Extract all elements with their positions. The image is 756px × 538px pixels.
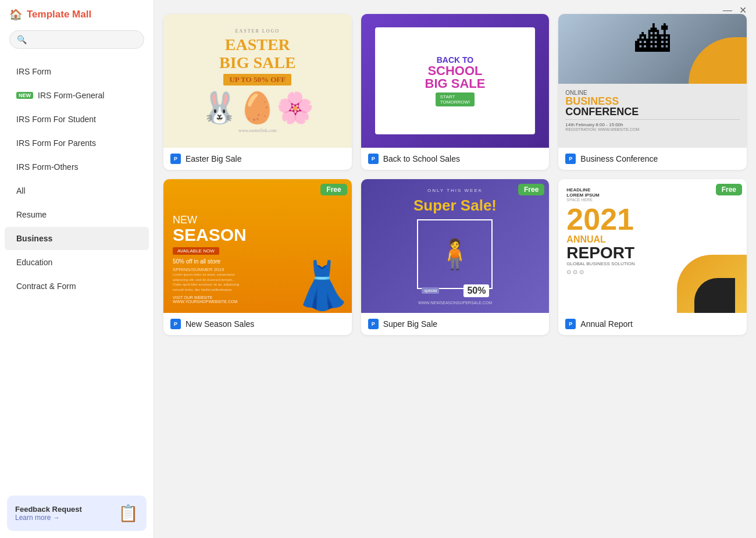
nav-list: IRS FormNEWIRS Form-GeneralIRS Form For … <box>0 57 154 489</box>
ppt-icon: P <box>170 154 181 164</box>
main-content: — ✕ EASTER LOGO EASTERBIG SALE UP TO 50%… <box>154 0 756 538</box>
sidebar-item-all[interactable]: All <box>5 179 149 202</box>
new-badge: NEW <box>16 92 33 99</box>
template-card-super-big-sale[interactable]: Free ONLY THIS WEEK Super Sale! 🧍 specia… <box>361 179 550 335</box>
nav-item-label: IRS Form For Student <box>16 115 96 124</box>
thumb-school: BACK TO SCHOOLBIG SALE STARTTOMORROW! <box>361 14 550 148</box>
nav-item-label: Education <box>16 258 52 267</box>
thumb-super: Free ONLY THIS WEEK Super Sale! 🧍 specia… <box>361 179 550 313</box>
ppt-icon: P <box>368 319 379 329</box>
feedback-box: Feedback Request Learn more → 📋 <box>7 496 147 531</box>
window-controls: — ✕ <box>723 6 747 15</box>
sidebar-item-business[interactable]: Business <box>5 227 149 250</box>
template-card-annual-report[interactable]: Free HEADLINE LOREM IPSUM SPACE HERE 202… <box>558 179 747 335</box>
template-name: Super Big Sale <box>383 319 437 329</box>
sidebar-item-irs-form-parents[interactable]: IRS Form For Parents <box>5 131 149 155</box>
templates-grid: EASTER LOGO EASTERBIG SALE UP TO 50% OFF… <box>163 14 747 335</box>
sidebar-item-irs-form-student[interactable]: IRS Form For Student <box>5 108 149 131</box>
close-button[interactable]: ✕ <box>739 6 747 15</box>
template-label: P Super Big Sale <box>361 313 550 335</box>
sidebar-item-resume[interactable]: Resume <box>5 203 149 226</box>
template-card-easter-big-sale[interactable]: EASTER LOGO EASTERBIG SALE UP TO 50% OFF… <box>163 14 352 170</box>
feedback-icon: 📋 <box>118 504 138 523</box>
ppt-icon: P <box>170 319 181 329</box>
template-card-back-to-school[interactable]: BACK TO SCHOOLBIG SALE STARTTOMORROW! P … <box>361 14 550 170</box>
sidebar-item-irs-form-others[interactable]: IRS Form-Others <box>5 155 149 179</box>
ppt-icon: P <box>368 154 379 164</box>
home-icon: 🏠 <box>9 8 22 21</box>
template-label: P Business Conference <box>558 148 747 170</box>
search-bar[interactable]: 🔍 <box>9 30 144 49</box>
nav-item-label: IRS Form <box>16 67 51 76</box>
template-name: Back to School Sales <box>383 154 460 163</box>
app-header: 🏠 Template Mall <box>0 0 154 27</box>
thumb-season: Free 👗 NEW SEASON AVAILABLE NOW 50% off … <box>163 179 352 313</box>
minimize-button[interactable]: — <box>723 6 732 15</box>
template-name: Annual Report <box>580 319 633 329</box>
sidebar-item-education[interactable]: Education <box>5 251 149 274</box>
template-name: Business Conference <box>580 154 658 163</box>
search-icon: 🔍 <box>17 35 27 44</box>
nav-item-label: All <box>16 186 26 195</box>
thumb-easter: EASTER LOGO EASTERBIG SALE UP TO 50% OFF… <box>163 14 352 148</box>
ppt-icon: P <box>565 154 576 164</box>
nav-item-label: Resume <box>16 210 47 219</box>
sidebar-item-irs-form[interactable]: IRS Form <box>5 60 149 83</box>
free-badge: Free <box>716 184 742 195</box>
search-input[interactable] <box>31 35 137 44</box>
nav-item-label: Contract & Form <box>16 282 76 291</box>
sidebar-item-irs-form-general[interactable]: NEWIRS Form-General <box>5 84 149 107</box>
template-card-business-conference[interactable]: ONLINE BUSINESS CONFERENCE 14th February… <box>558 14 747 170</box>
nav-item-label: IRS Form-General <box>38 91 104 100</box>
thumb-conf: ONLINE BUSINESS CONFERENCE 14th February… <box>558 14 747 148</box>
app-title: Template Mall <box>27 9 91 20</box>
template-label: P New Season Sales <box>163 313 352 335</box>
nav-item-label: Business <box>16 234 52 243</box>
template-label: P Annual Report <box>558 313 747 335</box>
template-card-new-season-sales[interactable]: Free 👗 NEW SEASON AVAILABLE NOW 50% off … <box>163 179 352 335</box>
feedback-title: Feedback Request <box>15 505 112 514</box>
template-name: New Season Sales <box>186 319 254 329</box>
sidebar-item-contract-form[interactable]: Contract & Form <box>5 275 149 298</box>
template-label: P Back to School Sales <box>361 148 550 170</box>
thumb-annual: Free HEADLINE LOREM IPSUM SPACE HERE 202… <box>558 179 747 313</box>
nav-item-label: IRS Form-Others <box>16 162 79 172</box>
template-name: Easter Big Sale <box>186 154 242 163</box>
template-label: P Easter Big Sale <box>163 148 352 170</box>
ppt-icon: P <box>565 319 576 329</box>
nav-item-label: IRS Form For Parents <box>16 138 96 148</box>
feedback-link[interactable]: Learn more → <box>15 514 112 522</box>
sidebar: 🏠 Template Mall 🔍 IRS FormNEWIRS Form-Ge… <box>0 0 154 538</box>
free-badge: Free <box>518 184 544 195</box>
